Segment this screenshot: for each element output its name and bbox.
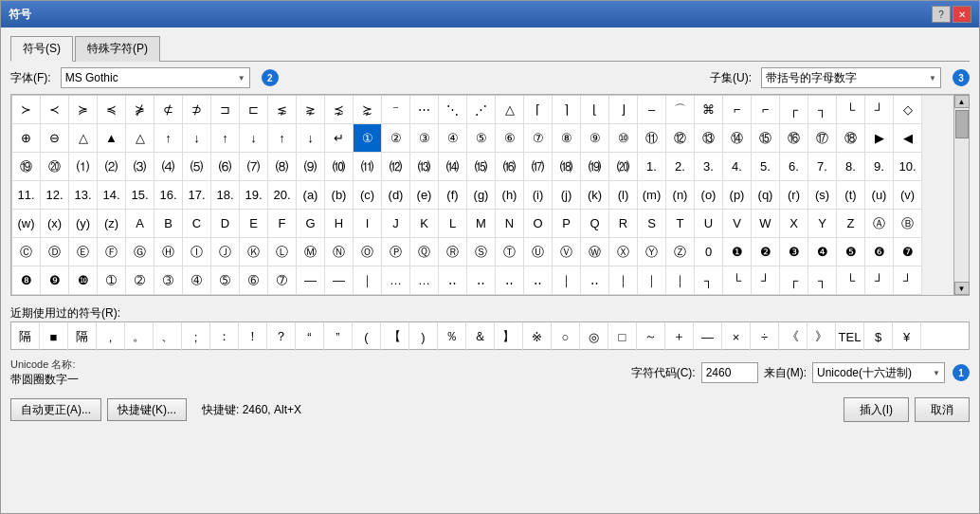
char-cell[interactable]: ⑶ [126, 153, 154, 181]
char-cell[interactable]: ❼ [894, 238, 922, 266]
char-cell[interactable]: (i) [524, 181, 553, 210]
char-cell[interactable]: ⊐ [211, 96, 240, 124]
char-cell[interactable]: ➀ [98, 266, 126, 295]
recent-cell[interactable]: ※ [523, 322, 552, 351]
char-cell[interactable]: ⑥ [496, 124, 524, 153]
char-cell[interactable]: ③ [410, 124, 439, 153]
char-cell[interactable]: — [297, 266, 325, 295]
char-cell[interactable]: ⌈ [524, 96, 553, 124]
recent-cell[interactable]: ～ [637, 322, 665, 351]
char-cell[interactable]: (t) [837, 181, 865, 210]
char-cell[interactable]: Z [837, 210, 865, 238]
char-cell[interactable]: ⑽ [325, 153, 354, 181]
recent-cell[interactable]: ＋ [665, 322, 694, 351]
char-cell[interactable]: ┘ [865, 96, 894, 124]
char-cell[interactable]: 18. [211, 181, 240, 210]
recent-cell[interactable]: ○ [552, 322, 580, 351]
char-cell[interactable]: ≼ [98, 96, 126, 124]
char-cell[interactable]: E [240, 210, 268, 238]
char-cell[interactable]: ⑬ [695, 124, 723, 153]
char-cell[interactable]: ⑻ [268, 153, 297, 181]
char-cell[interactable]: 4. [723, 153, 752, 181]
char-cell[interactable]: 2. [666, 153, 695, 181]
char-grid-scrollbar[interactable]: ▲ ▼ [953, 95, 969, 295]
auto-correct-button[interactable]: 自动更正(A)... [10, 398, 101, 421]
char-cell[interactable]: ｜ [354, 266, 382, 295]
char-cell[interactable]: ⑦ [524, 124, 553, 153]
char-cell[interactable]: ⑤ [467, 124, 496, 153]
char-cell[interactable]: U [695, 210, 723, 238]
char-cell[interactable]: (c) [354, 181, 382, 210]
char-cell[interactable]: 8. [837, 153, 865, 181]
char-cell[interactable]: Ⓢ [467, 238, 496, 266]
char-cell[interactable]: ⑳ [41, 153, 69, 181]
char-cell[interactable]: ◇ [894, 96, 922, 124]
char-cell[interactable]: ⊕ [12, 124, 41, 153]
char-cell[interactable]: ⋧ [297, 96, 325, 124]
char-cell[interactable]: ❽ [12, 266, 41, 295]
char-cell[interactable]: ⋦ [268, 96, 297, 124]
char-cell[interactable]: ┐ [695, 266, 723, 295]
char-cell[interactable]: ⌘ [695, 96, 723, 124]
char-cell[interactable]: — [325, 266, 354, 295]
char-cell[interactable]: ◀ [894, 124, 922, 153]
char-cell[interactable]: ⌉ [553, 96, 581, 124]
char-cell[interactable]: ⋡ [126, 96, 154, 124]
char-cell[interactable]: Ⓗ [154, 238, 183, 266]
char-cell[interactable]: ┐ [808, 266, 837, 295]
char-cell[interactable]: ｜ [638, 266, 666, 295]
char-cell[interactable]: 9. [865, 153, 894, 181]
char-cell[interactable]: ↵ [325, 124, 354, 153]
char-cell[interactable]: Ⓜ [297, 238, 325, 266]
char-cell[interactable]: 17. [183, 181, 211, 210]
char-cell[interactable]: R [609, 210, 638, 238]
char-cell[interactable]: Ⓓ [41, 238, 69, 266]
char-cell[interactable]: ⑪ [638, 124, 666, 153]
char-cell[interactable]: ｜ [609, 266, 638, 295]
char-cell[interactable]: (p) [723, 181, 752, 210]
char-cell[interactable]: P [553, 210, 581, 238]
char-cell[interactable]: ❷ [752, 238, 780, 266]
char-cell[interactable]: (f) [439, 181, 467, 210]
char-cell[interactable]: (j) [553, 181, 581, 210]
char-cell[interactable]: ➆ [268, 266, 297, 295]
char-cell[interactable]: ⒇ [609, 153, 638, 181]
recent-cell[interactable]: ？ [267, 322, 296, 351]
char-cell[interactable]: 6. [780, 153, 808, 181]
char-cell[interactable]: 16. [154, 181, 183, 210]
char-cell[interactable]: ❿ [69, 266, 98, 295]
char-cell[interactable]: ≺ [41, 96, 69, 124]
recent-cell[interactable]: 》 [808, 322, 836, 351]
char-cell[interactable]: ⁻ [382, 96, 410, 124]
char-cell[interactable]: └ [837, 266, 865, 295]
recent-cell[interactable]: ; [182, 322, 210, 351]
char-cell[interactable]: ⌐ [723, 96, 752, 124]
shortcut-key-button[interactable]: 快捷键(K)... [107, 398, 187, 421]
char-cell[interactable]: 19. [240, 181, 268, 210]
char-cell[interactable]: ⒁ [439, 153, 467, 181]
char-cell[interactable]: ⑫ [666, 124, 695, 153]
char-cell[interactable]: ➁ [126, 266, 154, 295]
char-cell[interactable]: (h) [496, 181, 524, 210]
char-cell[interactable]: ‥ [581, 266, 609, 295]
char-cell[interactable]: ⑹ [211, 153, 240, 181]
char-cell[interactable]: (v) [894, 181, 922, 210]
char-cell[interactable]: ┘ [894, 266, 922, 295]
char-cell[interactable]: 13. [69, 181, 98, 210]
char-cell[interactable]: (r) [780, 181, 808, 210]
close-button[interactable]: ✕ [953, 6, 971, 23]
char-cell[interactable]: △ [69, 124, 98, 153]
recent-cell[interactable]: 《 [779, 322, 808, 351]
char-cell[interactable]: D [211, 210, 240, 238]
char-cell[interactable]: 10. [894, 153, 922, 181]
char-cell[interactable]: (g) [467, 181, 496, 210]
tab-special-char[interactable]: 特殊字符(P) [75, 36, 160, 62]
recent-cell[interactable]: × [722, 322, 751, 351]
char-cell[interactable]: Ⓨ [638, 238, 666, 266]
char-cell[interactable]: ⒅ [553, 153, 581, 181]
char-cell[interactable]: ┌ [780, 266, 808, 295]
char-cell[interactable]: ⑺ [240, 153, 268, 181]
cancel-button[interactable]: 取消 [915, 397, 970, 422]
char-cell[interactable]: Ⓘ [183, 238, 211, 266]
char-cell[interactable]: ➃ [183, 266, 211, 295]
